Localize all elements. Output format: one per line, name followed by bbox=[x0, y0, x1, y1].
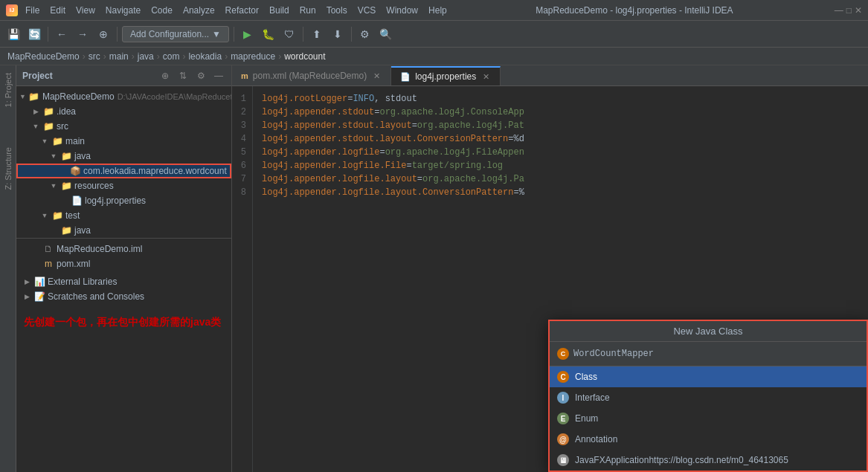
breadcrumb-leokadia[interactable]: leokadia bbox=[188, 51, 222, 62]
tree-item-java[interactable]: ▼ 📁 java bbox=[16, 149, 231, 164]
breadcrumb-main[interactable]: main bbox=[109, 51, 129, 62]
breadcrumb-java[interactable]: java bbox=[138, 51, 154, 62]
tree-label-log4j: log4j.properties bbox=[85, 195, 146, 206]
log4j-tab-close[interactable]: ✕ bbox=[480, 71, 491, 82]
structure-tab-label[interactable]: Z: Structure bbox=[2, 143, 14, 194]
menu-tools[interactable]: Tools bbox=[322, 4, 352, 17]
vcs2-btn[interactable]: ⬇ bbox=[329, 25, 347, 43]
menu-analyze[interactable]: Analyze bbox=[179, 4, 219, 17]
tree-item-pom[interactable]: m pom.xml bbox=[16, 256, 231, 271]
menu-run[interactable]: Run bbox=[295, 4, 321, 17]
fx-label: JavaFXApplicationhttps://blog.csdn.net/m… bbox=[575, 455, 788, 465]
menu-file[interactable]: File bbox=[21, 4, 44, 17]
breadcrumb-sep-6: › bbox=[225, 51, 228, 62]
tree-arrow-pom bbox=[31, 259, 40, 268]
breadcrumb-mapreducedemo[interactable]: MapReduceDemo bbox=[7, 51, 80, 62]
run-with-coverage-btn[interactable]: 🛡 bbox=[280, 25, 298, 43]
log4j-tab-icon: 📄 bbox=[400, 72, 411, 82]
folder-icon-src: 📁 bbox=[42, 120, 54, 132]
sync-btn[interactable]: 🔄 bbox=[25, 25, 43, 43]
breadcrumb-sep-4: › bbox=[157, 51, 160, 62]
iml-icon: 🗋 bbox=[42, 243, 54, 255]
project-tab-label[interactable]: 1: Project bbox=[2, 68, 14, 111]
breadcrumb-com[interactable]: com bbox=[163, 51, 180, 62]
menu-view[interactable]: View bbox=[71, 4, 100, 17]
tree-item-wordcount[interactable]: 📦 com.leokadia.mapreduce.wordcount bbox=[16, 164, 231, 178]
tree-label-main: main bbox=[65, 136, 85, 146]
menu-navigate[interactable]: Navigate bbox=[101, 4, 145, 17]
add-configuration-button[interactable]: Add Configuration... ▼ bbox=[122, 26, 229, 42]
tree-arrow-main: ▼ bbox=[40, 137, 49, 146]
menu-code[interactable]: Code bbox=[147, 4, 177, 17]
tree-item-test[interactable]: ▼ 📁 test bbox=[16, 208, 231, 223]
source-folder-icon-java: 📁 bbox=[60, 150, 72, 162]
tree-item-external-libs[interactable]: ▶ 📊 External Libraries bbox=[16, 274, 231, 289]
dialog-item-fx[interactable]: 🖥 JavaFXApplicationhttps://blog.csdn.net… bbox=[550, 450, 867, 471]
class-label: Class bbox=[575, 372, 597, 382]
minimize-btn[interactable]: — bbox=[835, 5, 843, 16]
back-btn[interactable]: ← bbox=[53, 25, 71, 43]
tree-item-idea[interactable]: ▶ 📁 .idea bbox=[16, 104, 231, 119]
breadcrumb-mapreduce[interactable]: mapreduce bbox=[231, 51, 275, 62]
code-line-4: log4j.appender.stdout.layout.ConversionP… bbox=[262, 132, 859, 146]
panel-sort-btn[interactable]: ⇅ bbox=[176, 69, 190, 83]
save-all-btn[interactable]: 💾 bbox=[4, 25, 22, 43]
line-numbers: 1 2 3 4 5 6 7 8 bbox=[232, 86, 253, 472]
dialog-item-class[interactable]: C Class bbox=[550, 366, 867, 387]
pom-tab-close[interactable]: ✕ bbox=[371, 71, 382, 81]
menu-window[interactable]: Window bbox=[382, 4, 422, 17]
panel-settings-btn[interactable]: ⚙ bbox=[194, 69, 208, 83]
tree-label-src: src bbox=[57, 121, 68, 132]
tree-label-iml: MapReduceDemo.iml bbox=[57, 244, 142, 254]
enum-icon: E bbox=[557, 413, 569, 424]
tree-item-test-java[interactable]: 📁 java bbox=[16, 223, 231, 238]
panel-collapse-btn[interactable]: — bbox=[212, 69, 225, 83]
tree-item-main[interactable]: ▼ 📁 main bbox=[16, 134, 231, 149]
dropdown-icon: ▼ bbox=[212, 29, 221, 39]
tree-arrow-idea: ▶ bbox=[31, 107, 40, 116]
interface-label: Interface bbox=[575, 392, 610, 403]
tab-pom-xml[interactable]: m pom.xml (MapReduceDemo) ✕ bbox=[232, 66, 391, 85]
tree-item-resources[interactable]: ▼ 📁 resources bbox=[16, 178, 231, 193]
dialog-item-annotation[interactable]: @ Annotation bbox=[550, 429, 867, 450]
breadcrumb-wordcount[interactable]: wordcount bbox=[284, 51, 325, 62]
dialog-item-interface[interactable]: I Interface bbox=[550, 387, 867, 408]
interface-icon: I bbox=[557, 392, 569, 404]
nav-btn[interactable]: ⊕ bbox=[94, 25, 112, 43]
breadcrumb-sep-5: › bbox=[182, 51, 185, 62]
class-name-input[interactable] bbox=[573, 349, 859, 359]
menu-vcs[interactable]: VCS bbox=[353, 4, 381, 17]
tree-item-log4j-props[interactable]: 📄 log4j.properties bbox=[16, 193, 231, 208]
tree-label-idea: .idea bbox=[57, 106, 76, 117]
menu-build[interactable]: Build bbox=[265, 4, 294, 17]
panel-add-btn[interactable]: ⊕ bbox=[158, 69, 172, 83]
tree-arrow-log4j bbox=[60, 196, 68, 205]
scratches-icon: 📝 bbox=[33, 291, 45, 303]
menu-help[interactable]: Help bbox=[424, 4, 451, 17]
dialog-item-enum[interactable]: E Enum bbox=[550, 408, 867, 429]
search-btn[interactable]: 🔍 bbox=[377, 25, 395, 43]
forward-btn[interactable]: → bbox=[74, 25, 91, 43]
xml-icon-pom: m bbox=[42, 258, 54, 270]
debug-btn[interactable]: 🐛 bbox=[260, 25, 277, 43]
folder-icon-test: 📁 bbox=[51, 210, 63, 222]
tree-arrow-test: ▼ bbox=[40, 211, 49, 220]
vcs-btn[interactable]: ⬆ bbox=[308, 25, 326, 43]
tree-item-src[interactable]: ▼ 📁 src bbox=[16, 119, 231, 134]
close-btn[interactable]: ✕ bbox=[855, 5, 862, 16]
run-btn[interactable]: ▶ bbox=[239, 25, 257, 43]
class-icon: C bbox=[557, 371, 569, 383]
window-title: MapReduceDemo - log4j.properties - Intel… bbox=[536, 5, 733, 16]
menu-refactor[interactable]: Refactor bbox=[221, 4, 263, 17]
tab-log4j[interactable]: 📄 log4j.properties ✕ bbox=[391, 66, 501, 85]
tree-item-scratches[interactable]: ▶ 📝 Scratches and Consoles bbox=[16, 289, 231, 304]
code-line-5: log4j.appender.logfile=org.apache.log4j.… bbox=[262, 146, 859, 159]
breadcrumb-src[interactable]: src bbox=[89, 51, 100, 62]
settings-btn[interactable]: ⚙ bbox=[356, 25, 374, 43]
tree-item-iml[interactable]: 🗋 MapReduceDemo.iml bbox=[16, 242, 231, 256]
window-controls: — □ ✕ bbox=[817, 5, 862, 16]
tree-item-mapreducedemo[interactable]: ▼ 📁 MapReduceDemo D:\JAVAcodeIDEA\MapRed… bbox=[16, 89, 231, 104]
tree-label-test-java: java bbox=[74, 225, 91, 236]
maximize-btn[interactable]: □ bbox=[846, 5, 852, 16]
menu-edit[interactable]: Edit bbox=[45, 4, 70, 17]
